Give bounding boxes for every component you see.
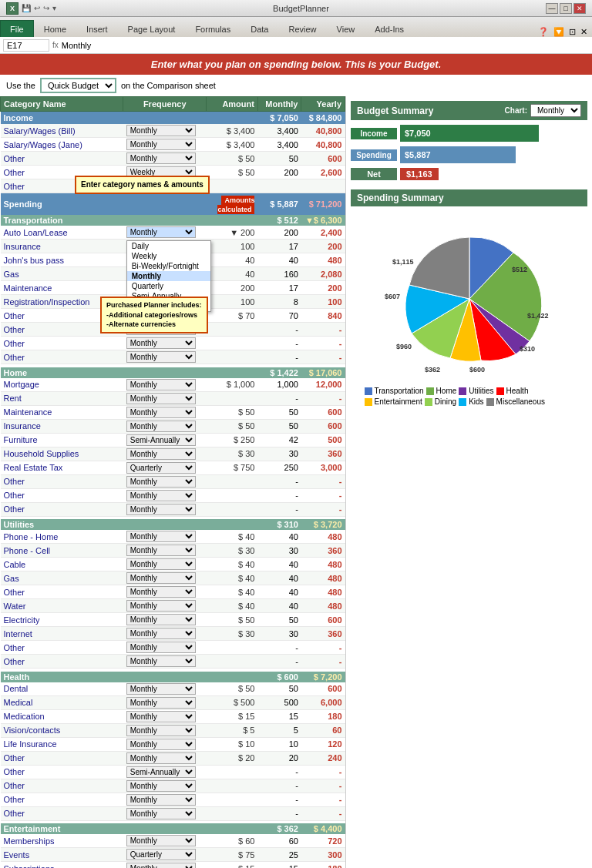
tab-page-layout[interactable]: Page Layout <box>118 20 186 37</box>
legend-home: Home <box>426 387 457 395</box>
auto-loan-freq[interactable]: Monthly Daily Weekly Bi-Weekly/Fortnight… <box>123 226 207 240</box>
health-row: Vision/contacts Monthly $ 5 5 60 <box>1 723 345 737</box>
restore-icon[interactable]: ⊡ <box>569 27 576 37</box>
tab-add-ins[interactable]: Add-Ins <box>365 20 414 37</box>
income-row-5-monthly <box>257 179 301 193</box>
quick-access-undo[interactable]: ↩ <box>34 4 40 12</box>
income-row-1-freq[interactable]: Monthly <box>123 124 207 138</box>
income-row-5-name[interactable]: Other <box>1 179 123 193</box>
utilities-row: Other Monthly - - <box>1 641 345 655</box>
income-row-1-amount[interactable]: $ 3,400 <box>207 124 258 138</box>
tab-home[interactable]: Home <box>34 20 76 37</box>
freq-opt-biweekly[interactable]: Bi-Weekly/Fortnight <box>127 261 210 271</box>
income-row-3-freq[interactable]: Monthly <box>123 152 207 166</box>
home-header: Home $ 1,422 $ 17,060 <box>1 367 345 378</box>
freq-opt-semiannual[interactable]: Semi-Annually <box>127 291 210 301</box>
health-row: Other Monthly $ 20 20 240 <box>1 751 345 765</box>
auto-loan-amount[interactable]: ▼ 200 <box>207 226 258 240</box>
income-row-2-name[interactable]: Salary/Wages (Jane) <box>1 138 123 152</box>
legend-dining: Dining <box>425 397 456 406</box>
income-row-1-name[interactable]: Salary/Wages (Bill) <box>1 124 123 138</box>
income-bar-value: $7,050 <box>400 125 539 142</box>
spending-label: Spending <box>1 193 123 216</box>
home-row: Insurance Monthly $ 50 50 600 <box>1 419 345 433</box>
cell-reference[interactable]: E17 <box>3 39 49 52</box>
income-row-3-amount[interactable]: $ 50 <box>207 152 258 166</box>
app-icon: X <box>6 2 18 15</box>
tab-formulas[interactable]: Formulas <box>185 20 240 37</box>
health-row: Dental Monthly $ 50 50 600 <box>1 682 345 696</box>
spending-summary-title: Spending Summary <box>351 189 587 206</box>
tab-view[interactable]: View <box>327 20 365 37</box>
auto-loan-name[interactable]: Auto Loan/Lease <box>1 226 123 240</box>
income-row-2-amount[interactable]: $ 3,400 <box>207 138 258 152</box>
legend-utilities: Utilities <box>459 387 493 395</box>
income-row-5-freq[interactable]: Monthly <box>123 179 207 193</box>
income-row-3-yearly: 600 <box>301 152 345 166</box>
utilities-row: Cable Monthly $ 40 40 480 <box>1 558 345 571</box>
help-icon[interactable]: ❓ <box>538 27 549 37</box>
legend-transportation: Transportation <box>365 387 424 395</box>
entertainment-row: Subscriptions Monthly $ 15 15 180 <box>1 862 345 869</box>
tab-review[interactable]: Review <box>278 20 326 37</box>
tab-data[interactable]: Data <box>240 20 278 37</box>
net-row: Net $1,163 <box>351 168 587 180</box>
home-row: Maintenance Monthly $ 50 50 600 <box>1 405 345 419</box>
income-row-4-amount[interactable]: $ 50 <box>207 166 258 179</box>
transport-row: Other Monthly - - <box>1 323 345 337</box>
home-row: Household Supplies Monthly $ 30 30 360 <box>1 447 345 461</box>
freq-opt-quarterly[interactable]: Quarterly <box>127 281 210 291</box>
freq-opt-daily[interactable]: Daily <box>127 241 210 251</box>
spending-bar-value: $5,887 <box>400 146 516 163</box>
spending-bar: Spending $5,887 <box>351 146 587 163</box>
formula-input[interactable]: Monthly <box>62 41 589 50</box>
income-row-2-freq[interactable]: Monthly <box>123 138 207 152</box>
legend-kids: Kids <box>459 397 483 406</box>
utilities-header: Utilities $ 310 $ 3,720 <box>1 519 345 530</box>
use-line: Use the Quick Budget on the Comparison s… <box>0 75 592 96</box>
income-row-4-freq[interactable]: Weekly <box>123 166 207 179</box>
freq-opt-monthly[interactable]: Monthly <box>127 271 210 281</box>
freq-opt-yearly[interactable]: Yearly <box>127 301 210 311</box>
freq-opt-weekly[interactable]: Weekly <box>127 251 210 261</box>
quick-access-save[interactable]: 💾 <box>22 4 31 12</box>
tab-insert[interactable]: Insert <box>76 20 118 37</box>
pie-chart-container: $512 $1,422 $310 $600 $362 $960 $607 $1,… <box>351 211 587 412</box>
income-row-4-name[interactable]: Other <box>1 166 123 179</box>
function-icon: fx <box>52 41 59 49</box>
quick-budget-dropdown[interactable]: Quick Budget <box>40 78 116 93</box>
income-row-5-amount[interactable] <box>207 179 258 193</box>
legend-health: Health <box>496 387 529 395</box>
income-row-4-monthly: 200 <box>257 166 301 179</box>
health-row: Other Monthly - - <box>1 806 345 820</box>
entertainment-row: Memberships Monthly $ 60 60 720 <box>1 834 345 848</box>
utilities-label: Utilities <box>1 519 123 530</box>
pie-legend: Transportation Home Utilities Healt <box>362 384 577 409</box>
spending-section-header: Spending Amounts calculated $ 5,887 $ 71… <box>1 193 345 216</box>
home-row: Other Monthly - - <box>1 488 345 502</box>
utilities-row: Internet Monthly $ 30 30 360 <box>1 627 345 641</box>
transportation-header: Transportation $ 512 ▼$ 6,300 <box>1 215 345 226</box>
chart-select[interactable]: Monthly <box>530 104 581 117</box>
maximize-button[interactable]: □ <box>560 3 572 14</box>
svg-text:$310: $310 <box>520 345 535 353</box>
close-button[interactable]: ✕ <box>574 3 586 14</box>
quick-access-redo[interactable]: ↪ <box>43 4 49 12</box>
income-row-4-yearly: 2,600 <box>301 166 345 179</box>
svg-text:$1,422: $1,422 <box>527 312 549 320</box>
spending-bar-label: Spending <box>351 149 397 161</box>
minimize-button[interactable]: — <box>546 3 558 14</box>
health-row: Medical Monthly $ 500 500 6,000 <box>1 695 345 709</box>
svg-text:$960: $960 <box>396 343 412 350</box>
minimize-ribbon-icon[interactable]: 🔽 <box>553 27 564 37</box>
income-row-2-yearly: 40,800 <box>301 138 345 152</box>
close-excel-icon[interactable]: ✕ <box>580 27 587 37</box>
entertainment-label: Entertainment <box>1 823 123 834</box>
title-bar: X 💾 ↩ ↪ ▾ BudgetPlanner — □ ✕ <box>0 0 592 17</box>
health-row: Life Insurance Monthly $ 10 10 120 <box>1 737 345 751</box>
income-row-3-name[interactable]: Other <box>1 152 123 166</box>
home-row: Rent Monthly - - <box>1 391 345 405</box>
income-bar-label: Income <box>351 128 397 139</box>
tab-file[interactable]: File <box>0 20 34 37</box>
income-row-2-monthly: 3,400 <box>257 138 301 152</box>
